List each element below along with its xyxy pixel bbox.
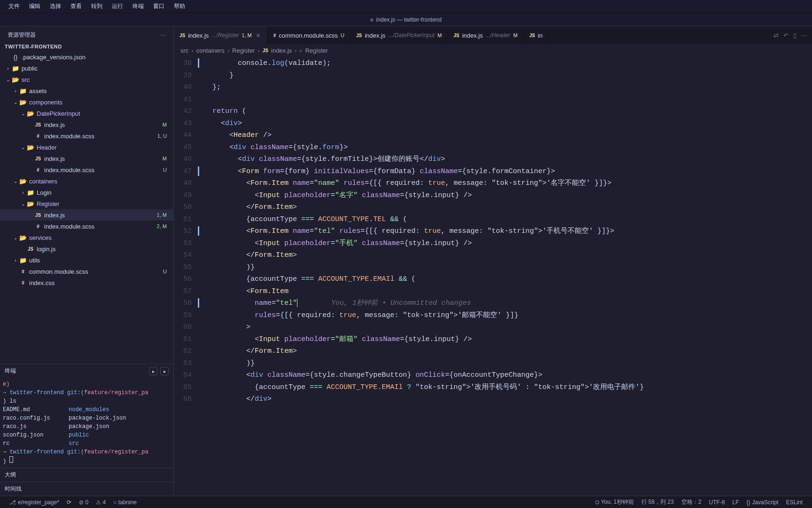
tree-item[interactable]: #common.module.scssU	[0, 266, 173, 277]
chevron-icon[interactable]: ⌄	[20, 111, 26, 116]
menu-terminal[interactable]: 终端	[128, 2, 148, 10]
tree-item[interactable]: #index.module.scssU	[0, 164, 173, 175]
chevron-icon[interactable]: ›	[20, 190, 26, 195]
code-content[interactable]: </div>	[200, 393, 272, 405]
code-line[interactable]: 61 <Input placeholder="邮箱" className={st…	[174, 333, 812, 346]
tree-item[interactable]: ›📁public	[0, 63, 173, 74]
menu-file[interactable]: 文件	[4, 2, 24, 10]
tree-item[interactable]: #index.module.scss2, M	[0, 221, 173, 232]
code-content[interactable]: <Input placeholder="邮箱" className={style…	[200, 333, 472, 346]
code-content[interactable]: </Form.Item>	[200, 201, 297, 214]
breadcrumb-item[interactable]: Register	[305, 47, 328, 54]
code-content[interactable]: <Header />	[200, 129, 272, 142]
tree-item[interactable]: JSlogin.js	[0, 243, 173, 254]
chevron-icon[interactable]: ›	[12, 258, 19, 263]
tree-item[interactable]: JSindex.js1, M	[0, 209, 173, 221]
status-branch[interactable]: ⎇e/register_page*	[6, 499, 63, 506]
code-content[interactable]: console.log(validate);	[200, 57, 331, 70]
code-line[interactable]: 48 <Form.Item name="name" rules={[{ requ…	[174, 177, 812, 190]
code-line[interactable]: 45 <div className={style.form}>	[174, 142, 812, 154]
code-line[interactable]: 54 </Form.Item>	[174, 249, 812, 262]
breadcrumb-item[interactable]: containers	[196, 47, 225, 54]
code-line[interactable]: 39 }	[174, 70, 812, 82]
code-content[interactable]: <Form form={form} initialValues={formDat…	[200, 166, 555, 178]
code-content[interactable]: <Form.Item name="name" rules={[{ require…	[200, 177, 611, 190]
code-line[interactable]: 58 name="tel" You, 1秒钟前 • Uncommitted ch…	[174, 297, 812, 310]
code-content[interactable]: <Form.Item	[200, 286, 289, 298]
code-line[interactable]: 62 </Form.Item>	[174, 345, 812, 357]
status-indent[interactable]: 空格：2	[678, 498, 705, 506]
editor-tab[interactable]: JSindex.js.../DatePickerInputM	[351, 26, 448, 44]
tree-item[interactable]: ⌄📂services	[0, 232, 173, 243]
menu-help[interactable]: 帮助	[169, 2, 190, 10]
tree-item[interactable]: {}.package_versions.json	[0, 51, 173, 63]
chevron-icon[interactable]: ⌄	[12, 179, 19, 184]
editor-tab[interactable]: #common.module.scssU	[268, 26, 351, 44]
code-content[interactable]: <Input placeholder="手机" className={style…	[200, 238, 472, 250]
breadcrumb-item[interactable]: src	[180, 47, 188, 54]
explorer-more-icon[interactable]: ⋯	[160, 32, 166, 39]
menu-view[interactable]: 查看	[66, 2, 86, 10]
code-line[interactable]: 53 <Input placeholder="手机" className={st…	[174, 238, 812, 250]
code-content[interactable]: {accountType === ACCOUNT_TYPE.EMAIl ? "t…	[200, 381, 644, 394]
status-warnings[interactable]: ⚠ 4	[92, 499, 109, 506]
tree-item[interactable]: ⌄📂components	[0, 96, 173, 108]
code-content[interactable]: rules={[{ required: true, message: "tok-…	[200, 310, 518, 322]
chevron-icon[interactable]: ›	[12, 88, 19, 94]
code-content[interactable]: </Form.Item>	[200, 345, 297, 357]
chevron-icon[interactable]: ⌄	[12, 100, 19, 105]
code-line[interactable]: 50 </Form.Item>	[174, 201, 812, 214]
code-content[interactable]: <div className={style.formTitle}>创建你的账号<…	[200, 153, 445, 166]
code-editor[interactable]: 38 console.log(validate);39 }40 };4142 r…	[174, 57, 812, 496]
timeline-panel[interactable]: 时间线	[0, 482, 173, 496]
code-line[interactable]: 44 <Header />	[174, 129, 812, 142]
tree-item[interactable]: ⌄📂src	[0, 74, 173, 85]
status-eol[interactable]: LF	[729, 498, 743, 506]
terminal-body[interactable]: e) → twitter-frontend git:(feature/regis…	[0, 378, 173, 468]
code-line[interactable]: 52 <Form.Item name="tel" rules={[{ requi…	[174, 225, 812, 238]
status-eslint[interactable]: ESLint	[782, 498, 806, 506]
more-icon[interactable]: ⋯	[801, 32, 807, 39]
code-line[interactable]: 42 return (	[174, 105, 812, 118]
breadcrumb-item[interactable]: Register	[232, 47, 255, 54]
code-content[interactable]: )}	[200, 357, 255, 370]
code-line[interactable]: 51 {accountType === ACCOUNT_TYPE.TEL && …	[174, 214, 812, 226]
tree-item[interactable]: ›📁Login	[0, 187, 173, 198]
breadcrumb-item[interactable]: index.js	[271, 47, 292, 54]
code-content[interactable]: return (	[200, 105, 246, 118]
menu-run[interactable]: 运行	[107, 2, 128, 10]
status-tabnine[interactable]: ○ tabnine	[109, 499, 141, 506]
code-content[interactable]: <Input placeholder="名字" className={style…	[200, 190, 472, 202]
code-content[interactable]: <div>	[200, 118, 242, 130]
tree-item[interactable]: JSindex.jsM	[0, 119, 173, 130]
editor-tab[interactable]: JSindex.js.../HeaderM	[448, 26, 523, 44]
code-content[interactable]: <Form.Item name="tel" rules={[{ required…	[200, 225, 614, 238]
code-content[interactable]: name="tel" You, 1秒钟前 • Uncommitted chang…	[200, 297, 471, 310]
status-lang[interactable]: {} JavaScript	[743, 498, 782, 506]
code-content[interactable]: <div className={style.form}>	[200, 142, 348, 154]
code-line[interactable]: 49 <Input placeholder="名字" className={st…	[174, 190, 812, 202]
code-content[interactable]: {accountType === ACCOUNT_TYPE.EMAIl && (	[200, 273, 415, 286]
tree-item[interactable]: #index.css	[0, 277, 173, 288]
status-blame[interactable]: You, 1秒钟前	[592, 498, 638, 506]
status-cursor-pos[interactable]: 行 58，列 23	[638, 498, 678, 506]
breadcrumbs[interactable]: src›containers›Register›JSindex.js›⟐Regi…	[174, 44, 812, 57]
tree-item[interactable]: ›📁assets	[0, 85, 173, 96]
chevron-icon[interactable]: ⌄	[5, 77, 11, 82]
code-line[interactable]: 60 >	[174, 321, 812, 333]
code-content[interactable]: <div className={style.changeTypeButton} …	[200, 369, 542, 381]
status-encoding[interactable]: UTF-8	[705, 498, 729, 506]
tree-item[interactable]: JSindex.jsM	[0, 153, 173, 164]
compare-icon[interactable]: ⇄	[773, 32, 779, 39]
terminal-action-icon[interactable]: ▸	[160, 367, 169, 375]
tree-item[interactable]: ⌄📂DatePickerInput	[0, 108, 173, 119]
revert-icon[interactable]: ↶	[783, 32, 789, 39]
code-line[interactable]: 47 <Form form={form} initialValues={form…	[174, 166, 812, 178]
code-line[interactable]: 65 {accountType === ACCOUNT_TYPE.EMAIl ?…	[174, 381, 812, 394]
close-icon[interactable]: ✕	[255, 32, 262, 39]
chevron-icon[interactable]: ⌄	[20, 145, 26, 150]
menu-edit[interactable]: 编辑	[24, 2, 45, 10]
tree-item[interactable]: ⌄📂containers	[0, 175, 173, 187]
status-sync[interactable]: ⟳	[63, 499, 75, 506]
code-content[interactable]	[200, 94, 204, 106]
